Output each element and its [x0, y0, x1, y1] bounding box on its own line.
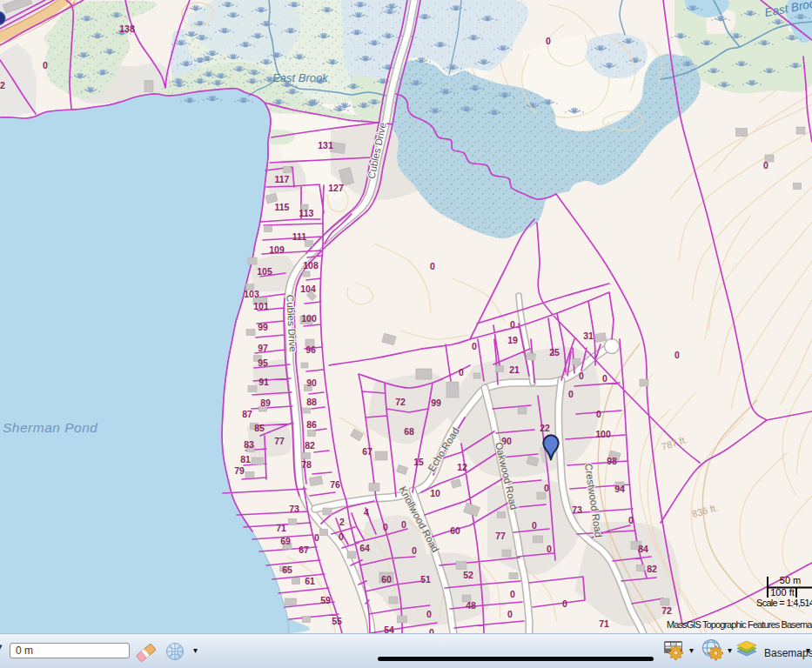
svg-text:Sherman Pond: Sherman Pond	[3, 420, 98, 435]
svg-text:0: 0	[429, 627, 434, 634]
svg-text:0: 0	[472, 341, 477, 351]
svg-text:48: 48	[466, 600, 476, 611]
svg-text:100 ft: 100 ft	[770, 587, 795, 598]
svg-text:82: 82	[647, 564, 657, 574]
svg-text:71: 71	[276, 523, 286, 533]
svg-text:100: 100	[595, 429, 611, 439]
svg-text:99: 99	[431, 397, 441, 408]
svg-text:2: 2	[0, 80, 5, 90]
svg-text:0: 0	[426, 609, 432, 619]
svg-text:0: 0	[401, 519, 406, 530]
svg-text:84: 84	[638, 544, 648, 554]
svg-text:95: 95	[258, 357, 268, 368]
svg-text:88: 88	[306, 397, 317, 407]
svg-text:61: 61	[305, 576, 315, 586]
svg-text:69: 69	[280, 536, 291, 546]
svg-text:0: 0	[562, 598, 567, 609]
svg-text:21: 21	[509, 364, 520, 375]
svg-text:59: 59	[320, 595, 331, 605]
svg-text:90: 90	[306, 377, 317, 388]
svg-text:10: 10	[430, 488, 440, 498]
svg-text:0: 0	[674, 350, 680, 360]
svg-text:0: 0	[339, 531, 344, 542]
svg-text:0: 0	[510, 319, 515, 330]
svg-text:138: 138	[119, 23, 135, 34]
svg-text:East Brook: East Brook	[272, 71, 329, 84]
svg-text:101: 101	[253, 301, 269, 311]
svg-text:131: 131	[318, 140, 333, 150]
svg-text:113: 113	[299, 208, 314, 218]
svg-text:94: 94	[614, 484, 625, 494]
svg-text:0: 0	[544, 483, 549, 493]
svg-text:77: 77	[495, 531, 506, 541]
svg-text:98: 98	[607, 456, 617, 466]
svg-text:0: 0	[596, 409, 601, 419]
svg-text:67: 67	[362, 446, 372, 457]
svg-text:100: 100	[301, 313, 317, 324]
svg-text:72: 72	[395, 397, 406, 407]
svg-text:0: 0	[547, 544, 552, 554]
svg-text:83: 83	[244, 439, 254, 450]
svg-text:0: 0	[430, 261, 435, 271]
svg-text:78: 78	[301, 459, 312, 470]
svg-text:86: 86	[306, 419, 317, 430]
svg-text:52: 52	[463, 570, 473, 580]
svg-text:0: 0	[412, 545, 417, 556]
svg-text:15: 15	[413, 457, 424, 467]
svg-text:81: 81	[240, 454, 251, 464]
svg-text:105: 105	[257, 266, 272, 277]
svg-text:50 m: 50 m	[780, 575, 801, 585]
svg-text:89: 89	[260, 397, 271, 408]
svg-text:65: 65	[282, 564, 292, 575]
svg-text:54: 54	[384, 625, 394, 634]
svg-text:0: 0	[532, 520, 537, 531]
svg-text:0: 0	[602, 373, 607, 384]
svg-text:0: 0	[579, 371, 584, 381]
svg-text:22: 22	[540, 423, 550, 433]
svg-text:0: 0	[507, 609, 513, 619]
svg-text:25: 25	[549, 347, 560, 357]
svg-text:72: 72	[661, 605, 672, 616]
svg-text:67: 67	[299, 544, 309, 555]
svg-text:76: 76	[330, 479, 340, 490]
svg-text:96: 96	[305, 344, 316, 355]
svg-text:85: 85	[254, 423, 265, 433]
svg-text:87: 87	[242, 409, 252, 419]
svg-text:51: 51	[420, 574, 431, 584]
svg-text:68: 68	[404, 426, 414, 437]
svg-text:55: 55	[332, 616, 342, 626]
svg-text:0: 0	[43, 60, 48, 70]
svg-text:2: 2	[339, 517, 345, 527]
svg-text:64: 64	[359, 543, 370, 553]
svg-text:60: 60	[381, 574, 392, 584]
svg-text:73: 73	[572, 504, 582, 515]
svg-text:MassGIS Topographic Features B: MassGIS Topographic Features Basemap	[667, 619, 812, 630]
svg-text:60: 60	[450, 525, 460, 536]
svg-text:0: 0	[314, 532, 319, 543]
svg-text:Scale = 1:4,514: Scale = 1:4,514	[756, 598, 812, 608]
svg-text:109: 109	[269, 244, 285, 255]
svg-text:103: 103	[244, 289, 259, 299]
svg-text:97: 97	[258, 343, 268, 353]
svg-text:0: 0	[546, 36, 551, 46]
svg-text:73: 73	[289, 504, 299, 514]
svg-text:0: 0	[459, 367, 464, 377]
svg-text:91: 91	[258, 377, 269, 387]
svg-text:0: 0	[568, 389, 574, 399]
svg-text:115: 115	[275, 202, 290, 212]
svg-text:77: 77	[274, 436, 285, 446]
svg-text:117: 117	[275, 174, 290, 184]
svg-text:19: 19	[507, 335, 518, 345]
svg-text:82: 82	[305, 440, 315, 451]
svg-text:12: 12	[457, 462, 467, 472]
svg-text:0: 0	[628, 515, 634, 525]
svg-text:31: 31	[583, 331, 594, 341]
svg-text:0: 0	[763, 160, 768, 170]
svg-text:71: 71	[599, 618, 609, 629]
svg-text:4: 4	[364, 507, 369, 518]
svg-text:0: 0	[510, 589, 515, 599]
svg-text:108: 108	[303, 260, 319, 271]
svg-text:79: 79	[234, 465, 245, 476]
svg-text:0: 0	[383, 522, 388, 532]
svg-text:127: 127	[328, 183, 344, 193]
